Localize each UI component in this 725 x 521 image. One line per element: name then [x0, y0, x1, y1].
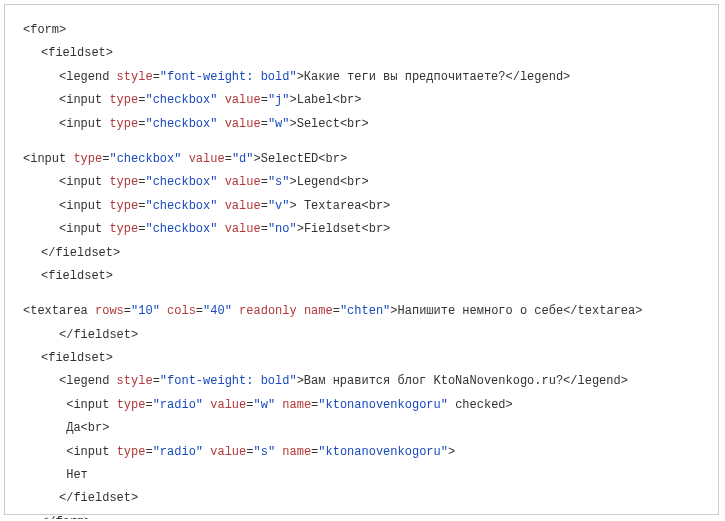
code-line: <input type="radio" value="s" name="kton…: [23, 441, 700, 464]
code-line: <input type="checkbox" value="v"> Textar…: [23, 195, 700, 218]
code-snippet: <form> <fieldset> <legend style="font-we…: [4, 4, 719, 515]
code-line: <textarea rows="10" cols="40" readonly n…: [23, 300, 700, 323]
code-line: <legend style="font-weight: bold">Какие …: [23, 66, 700, 89]
code-line: Нет: [23, 464, 700, 487]
code-line: <input type="checkbox" value="no">Fields…: [23, 218, 700, 241]
code-line: <fieldset>: [23, 347, 700, 370]
code-line: <fieldset>: [23, 265, 700, 288]
code-line: </fieldset>: [23, 487, 700, 510]
code-line: <input type="checkbox" value="w">Select<…: [23, 113, 700, 136]
code-line: </form>: [23, 511, 700, 519]
code-line: Да<br>: [23, 417, 700, 440]
code-line: <legend style="font-weight: bold">Вам нр…: [23, 370, 700, 393]
code-line: <input type="radio" value="w" name="kton…: [23, 394, 700, 417]
code-line: <input type="checkbox" value="j">Label<b…: [23, 89, 700, 112]
code-line: <input type="checkbox" value="s">Legend<…: [23, 171, 700, 194]
code-line: <form>: [23, 19, 700, 42]
code-line: <input type="checkbox" value="d">SelectE…: [23, 148, 700, 171]
code-line: </fieldset>: [23, 324, 700, 347]
code-line: </fieldset>: [23, 242, 700, 265]
code-line: <fieldset>: [23, 42, 700, 65]
